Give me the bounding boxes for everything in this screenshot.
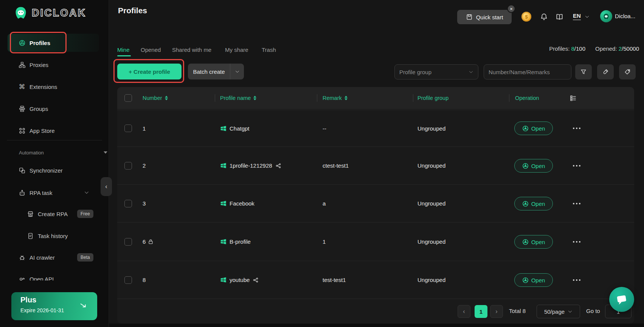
column-settings-icon[interactable] [570, 95, 577, 102]
sidebar-item-ai-crawler[interactable]: AI crawler Beta [0, 249, 109, 266]
windows-icon [220, 162, 227, 169]
column-header-operation[interactable]: Operation [515, 87, 539, 109]
app-store-icon [18, 127, 26, 134]
search-field [484, 64, 571, 79]
pagination-page-1[interactable]: 1 [475, 305, 487, 318]
share-icon[interactable] [275, 163, 281, 169]
windows-icon [220, 238, 227, 245]
open-profile-button[interactable]: Open [514, 121, 553, 135]
page-title: Profiles [118, 6, 147, 15]
sidebar-item-app-store[interactable]: App Store [0, 122, 109, 139]
tags-button[interactable] [619, 64, 636, 79]
filter-button[interactable] [575, 64, 592, 79]
close-icon[interactable]: × [507, 5, 515, 13]
header-separator [413, 94, 413, 102]
column-header-profile-name[interactable]: Profile name [220, 87, 256, 109]
sidebar-item-extensions[interactable]: ⌘ Extensions [0, 78, 109, 95]
create-profile-button[interactable]: + Create profile [117, 64, 182, 79]
row-checkbox[interactable] [124, 276, 132, 284]
open-profile-button[interactable]: Open [514, 159, 553, 173]
table-row: 8 youtube test-test1 Ungrouped Open [117, 261, 634, 299]
row-checkbox[interactable] [124, 238, 132, 246]
tab-opened[interactable]: Opened [141, 45, 161, 54]
column-header-remark[interactable]: Remark [323, 87, 348, 109]
sort-icon [165, 96, 168, 100]
row-checkbox[interactable] [124, 200, 132, 207]
open-profile-button[interactable]: Open [514, 273, 553, 287]
ai-crawler-icon [18, 254, 26, 261]
row-checkbox[interactable] [124, 125, 132, 132]
sidebar-item-label: Create RPA [38, 211, 68, 217]
column-header-profile-group[interactable]: Profile group [417, 87, 448, 109]
chat-support-button[interactable] [609, 287, 634, 312]
header-separator [509, 94, 509, 102]
sidebar-item-proxies[interactable]: Proxies [0, 56, 109, 73]
sidebar-item-synchronizer[interactable]: Synchronizer [0, 162, 109, 179]
plan-upgrade-card[interactable]: Plus Expire 2026-01-31 [11, 292, 97, 320]
profiles-icon [18, 39, 26, 47]
sidebar-item-rpa-task[interactable]: RPA task [0, 184, 109, 201]
groups-icon [18, 105, 26, 112]
batch-create-dropdown[interactable] [230, 69, 244, 74]
arrow-down-right-icon [79, 302, 87, 308]
cell-number: 3 [143, 185, 146, 222]
profiles-quota: Profiles: 8/100 [549, 45, 585, 52]
select-all-checkbox[interactable] [124, 94, 132, 102]
chevron-down-icon [104, 151, 107, 154]
row-more-menu[interactable] [568, 261, 585, 299]
quick-start-button[interactable]: Quick start [457, 10, 512, 24]
docs-book-icon[interactable] [555, 13, 564, 21]
tab-trash[interactable]: Trash [262, 45, 276, 54]
open-profile-button[interactable]: Open [514, 197, 553, 210]
tab-shared-with-me[interactable]: Shared with me [172, 45, 211, 54]
open-profile-button[interactable]: Open [514, 235, 553, 249]
profile-group-select[interactable]: Profile group [394, 64, 478, 79]
brand-name: DICLOAK [32, 7, 86, 19]
row-more-menu[interactable] [568, 110, 585, 146]
cell-profile-group: Ungrouped [417, 110, 445, 146]
row-more-menu[interactable] [568, 147, 585, 184]
row-more-menu[interactable] [568, 185, 585, 222]
profiles-table: Number Profile name Remark Profile group… [117, 87, 634, 324]
language-selector[interactable]: EN [573, 12, 581, 20]
tab-mine[interactable]: Mine [117, 45, 130, 54]
search-input[interactable] [489, 69, 564, 75]
column-header-number[interactable]: Number [143, 87, 168, 109]
sidebar-item-open-api[interactable]: Open API [0, 271, 109, 280]
browser-icon [522, 163, 529, 169]
cell-remark: a [323, 185, 326, 222]
sidebar-section-automation[interactable]: Automation [19, 144, 128, 161]
sidebar-item-task-history[interactable]: Task history [0, 227, 109, 244]
clear-filters-button[interactable] [597, 64, 614, 79]
create-rpa-icon [26, 210, 34, 218]
row-checkbox[interactable] [124, 162, 132, 170]
tab-my-share[interactable]: My share [225, 45, 248, 54]
sidebar-item-profiles[interactable]: Profiles [0, 34, 109, 51]
coin-icon[interactable]: $ [521, 12, 531, 22]
cell-remark: 1 [323, 223, 326, 261]
page-size-select[interactable]: 50/page [537, 305, 580, 318]
chevron-down-icon[interactable] [585, 14, 590, 19]
sidebar-item-create-rpa[interactable]: Create RPA Free [0, 206, 109, 222]
cell-remark: test-test1 [323, 261, 346, 299]
avatar[interactable] [600, 10, 612, 22]
row-more-menu[interactable] [568, 223, 585, 261]
coin-symbol: $ [525, 14, 528, 20]
bell-icon[interactable] [540, 12, 548, 21]
sidebar-collapse-handle[interactable]: ‹ [101, 177, 112, 196]
batch-create-button[interactable]: Batch create [188, 64, 244, 79]
sidebar-item-label: Synchronizer [29, 167, 63, 174]
share-icon[interactable] [253, 277, 259, 283]
table-footer: ‹ 1 › Total 8 50/page Go to [117, 299, 634, 324]
proxies-icon [18, 61, 26, 69]
pagination-prev-button[interactable]: ‹ [458, 305, 470, 318]
pagination-next-button[interactable]: › [490, 305, 503, 318]
chevron-down-icon [568, 309, 573, 314]
cell-number: 8 [143, 261, 146, 299]
browser-icon [522, 239, 529, 245]
sidebar-item-groups[interactable]: Groups [0, 100, 109, 117]
account-name[interactable]: Dicloa... [615, 13, 635, 19]
funnel-icon [580, 69, 587, 75]
open-api-icon [18, 276, 26, 281]
quota-stats: Profiles: 8/100 Opened: 2/50000 [549, 45, 639, 52]
